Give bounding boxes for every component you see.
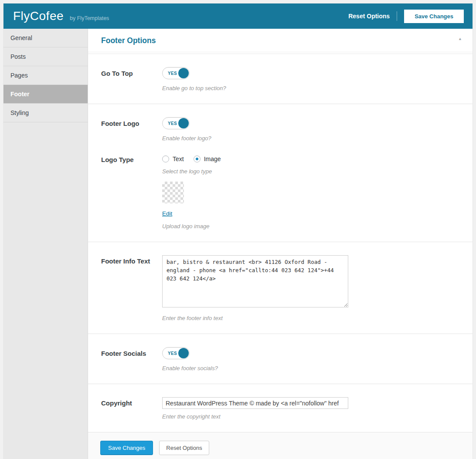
copyright-input[interactable]: [162, 397, 348, 409]
radio-unchecked-icon: [162, 155, 169, 162]
footer-socials-toggle[interactable]: YES: [162, 347, 190, 359]
sidebar-item-general[interactable]: General: [3, 29, 88, 47]
section-go-to-top: Go To Top YES Enable go to top section?: [88, 54, 473, 104]
footer-socials-label: Footer Socials: [101, 347, 162, 371]
section-footer-logo: Footer Logo YES Enable footer logo? Logo…: [88, 104, 473, 242]
topbar-divider: [397, 11, 397, 21]
options-panel: FlyCofee by FlyTemplates Reset Options S…: [3, 3, 473, 459]
main-panel: Footer Options ▲ Go To Top YES Enable go…: [88, 29, 473, 459]
footer-socials-description: Enable footer socials?: [162, 365, 459, 371]
section-footer-socials: Footer Socials YES Enable footer socials…: [88, 334, 473, 384]
toggle-knob-icon: [178, 348, 189, 358]
footer-info-description: Enter the footer info text: [162, 315, 459, 321]
footer-info-textarea[interactable]: bar, bistro & restaurant <br> 41126 Oxfo…: [162, 255, 348, 307]
logo-type-radio-image[interactable]: Image: [194, 155, 221, 162]
footer-logo-description: Enable footer logo?: [162, 135, 459, 142]
toggle-yes-label: YES: [168, 351, 177, 356]
toggle-knob-icon: [178, 68, 189, 78]
panel-title: Footer Options: [101, 36, 156, 45]
logo-type-description: Select the logo type: [162, 168, 459, 175]
go-to-top-description: Enable go to top section?: [162, 85, 459, 91]
brand: FlyCofee by FlyTemplates: [13, 9, 109, 23]
panel-header: Footer Options ▲: [88, 29, 473, 52]
sidebar-item-footer[interactable]: Footer: [3, 85, 88, 104]
go-to-top-toggle[interactable]: YES: [162, 67, 190, 79]
footer-info-label: Footer Info Text: [101, 255, 162, 321]
edit-image-link[interactable]: Edit: [162, 210, 172, 217]
section-footer-info: Footer Info Text bar, bistro & restauran…: [88, 242, 473, 334]
save-changes-button-top[interactable]: Save Changes: [404, 10, 464, 23]
brand-subtitle: by FlyTemplates: [70, 15, 109, 21]
copyright-description: Enter the copyright text: [162, 413, 459, 420]
upload-logo-description: Upload logo image: [162, 223, 459, 230]
section-copyright: Copyright Enter the copyright text: [88, 384, 473, 432]
sidebar-nav: General Posts Pages Footer Styling: [3, 29, 88, 459]
radio-checked-icon: [194, 155, 201, 162]
logo-image-uploader: Edit Upload logo image: [162, 182, 459, 230]
brand-title: FlyCofee: [13, 9, 64, 23]
logo-type-radio-group: Text Image: [162, 154, 459, 162]
topbar-actions: Reset Options Save Changes: [348, 10, 464, 23]
save-changes-button-bottom[interactable]: Save Changes: [100, 441, 153, 455]
toggle-knob-icon: [178, 118, 189, 128]
reset-options-button-bottom[interactable]: Reset Options: [159, 441, 209, 455]
footer-logo-toggle[interactable]: YES: [162, 117, 190, 129]
panel-footer: Save Changes Reset Options: [88, 432, 473, 459]
footer-logo-label: Footer Logo: [101, 117, 162, 142]
reset-options-link-top[interactable]: Reset Options: [348, 13, 390, 20]
logo-image-preview: [162, 182, 184, 203]
toggle-yes-label: YES: [168, 121, 177, 126]
collapse-arrow-icon[interactable]: ▲: [456, 35, 464, 43]
toggle-yes-label: YES: [168, 71, 177, 76]
top-bar: FlyCofee by FlyTemplates Reset Options S…: [3, 3, 473, 29]
sidebar-item-styling[interactable]: Styling: [3, 104, 88, 122]
logo-type-radio-text[interactable]: Text: [162, 155, 184, 162]
sidebar-item-posts[interactable]: Posts: [3, 47, 88, 66]
go-to-top-label: Go To Top: [101, 67, 162, 91]
sidebar-item-pages[interactable]: Pages: [3, 66, 88, 85]
copyright-label: Copyright: [101, 397, 162, 420]
logo-type-label: Logo Type: [101, 154, 162, 230]
